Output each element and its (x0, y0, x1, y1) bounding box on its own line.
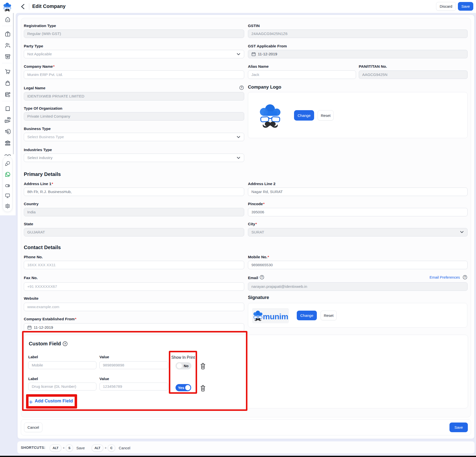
svg-text:?: ? (241, 86, 242, 89)
svg-text:?: ? (261, 276, 263, 279)
svg-text:?: ? (464, 276, 466, 279)
